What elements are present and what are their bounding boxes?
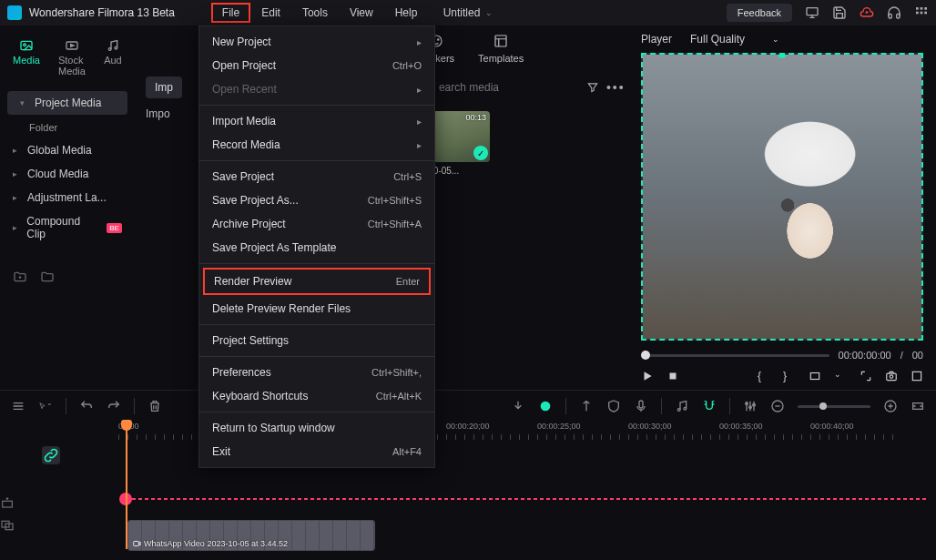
delete-icon[interactable] [148, 399, 162, 413]
chevron-down-icon[interactable]: ⌄ [834, 370, 847, 382]
play-icon[interactable] [641, 370, 654, 382]
svg-rect-22 [639, 401, 643, 408]
brace-close-icon[interactable]: } [783, 370, 796, 382]
menu-separator [199, 105, 434, 106]
sidebar-item-global-media[interactable]: ▸Global Media [0, 138, 135, 162]
menu-item-save-project-as---[interactable]: Save Project As...Ctrl+Shift+S [199, 188, 434, 212]
menu-item-import-media[interactable]: Import Media▸ [199, 109, 434, 133]
media-tab-aud[interactable]: Aud [95, 33, 131, 82]
menu-help[interactable]: Help [384, 3, 429, 23]
video-clip[interactable]: WhatsApp Video 2023-10-05 at 3.44.52 [127, 520, 375, 551]
zoom-fit-icon[interactable] [911, 399, 925, 413]
cursor-icon[interactable]: ⌄ [38, 399, 53, 413]
save-icon[interactable] [832, 5, 847, 20]
grid-icon[interactable] [914, 5, 929, 20]
dropdown-icon: ⌄ [485, 8, 493, 17]
sidebar-item-adjustment-la---[interactable]: ▸Adjustment La... [0, 186, 135, 209]
more-icon[interactable]: ••• [606, 80, 626, 95]
menu-item-render-preview[interactable]: Render PreviewEnter [203, 268, 431, 295]
menu-item-open-project[interactable]: Open ProjectCtrl+O [199, 54, 434, 77]
mark-icon[interactable] [579, 399, 594, 413]
shortcut-text: Ctrl+O [392, 60, 422, 71]
menu-edit[interactable]: Edit [250, 3, 291, 23]
zoom-slider[interactable] [798, 405, 870, 408]
menu-tools[interactable]: Tools [291, 3, 339, 23]
stop-icon[interactable] [666, 370, 679, 382]
redo-icon[interactable] [107, 399, 121, 413]
scrubber-track[interactable] [641, 354, 829, 357]
shortcut-text: Alt+F4 [392, 446, 422, 457]
svg-rect-15 [495, 36, 506, 46]
monitor-icon[interactable] [805, 5, 819, 20]
brace-open-icon[interactable]: { [758, 370, 770, 382]
import-button[interactable]: Imp [146, 76, 182, 98]
snapshot-icon[interactable] [885, 370, 898, 382]
sidebar-bottom-tools [0, 262, 135, 291]
app-logo-icon [7, 5, 22, 20]
player-scrubber[interactable]: 00:00:00:00 / 00 [641, 341, 923, 366]
ratio-icon[interactable] [809, 370, 821, 382]
menu-item-save-project-as-template[interactable]: Save Project As Template [199, 236, 434, 260]
mic-icon[interactable] [634, 399, 648, 413]
menu-file[interactable]: File [211, 3, 250, 23]
menu-view[interactable]: View [339, 3, 384, 23]
music-icon[interactable] [675, 399, 689, 413]
tab-templates[interactable]: Templates [478, 33, 524, 64]
playhead[interactable] [126, 422, 127, 549]
menu-item-archive-project[interactable]: Archive ProjectCtrl+Shift+A [199, 212, 434, 236]
new-folder-icon[interactable] [13, 270, 27, 284]
scrubber-thumb[interactable] [641, 351, 650, 360]
mixer-icon[interactable] [743, 399, 758, 413]
menu-item-project-settings[interactable]: Project Settings [199, 329, 434, 352]
preview-canvas[interactable] [641, 53, 923, 341]
hamburger-icon[interactable] [11, 399, 25, 413]
fullscreen-icon[interactable] [911, 370, 923, 382]
media-tab-media[interactable]: Media [4, 33, 49, 82]
shield-icon[interactable] [606, 399, 621, 413]
ai-icon[interactable] [538, 399, 553, 413]
menu-item-exit[interactable]: ExitAlt+F4 [199, 440, 434, 463]
undo-icon[interactable] [79, 399, 94, 413]
menu-item-return-to-startup-window[interactable]: Return to Startup window [199, 416, 434, 440]
overlap-icon[interactable] [0, 518, 15, 533]
document-title[interactable]: Untitled ⌄ [443, 6, 493, 19]
sidebar-item-cloud-media[interactable]: ▸Cloud Media [0, 162, 135, 186]
menu-item-preferences[interactable]: PreferencesCtrl+Shift+, [199, 361, 434, 384]
link-icon[interactable] [42, 446, 60, 464]
sidebar-item-compound-clip[interactable]: ▸Compound ClipBE [0, 209, 135, 246]
search-input[interactable] [435, 77, 579, 97]
sidebar-item-project-media[interactable]: ▾ Project Media [7, 91, 127, 115]
ruler-mark: 00:00:20;00 [446, 422, 537, 442]
zoom-out-icon[interactable] [770, 399, 785, 413]
folder-icon[interactable] [40, 270, 55, 284]
menu-item-delete-preview-render-files[interactable]: Delete Preview Render Files [199, 297, 434, 321]
filter-icon[interactable] [586, 81, 599, 94]
svg-point-21 [541, 402, 551, 412]
feedback-button[interactable]: Feedback [727, 4, 792, 22]
svg-rect-17 [810, 373, 819, 380]
chevron-down-icon: ⌄ [772, 35, 779, 44]
magnet-icon[interactable] [702, 399, 717, 413]
beta-badge: BE [107, 223, 122, 233]
menu-item-save-project[interactable]: Save ProjectCtrl+S [199, 165, 434, 188]
headphones-icon[interactable] [887, 5, 901, 20]
timeline-ruler[interactable]: 00:0000:00:20;0000:00:25;0000:00:30;0000… [0, 422, 936, 442]
quality-selector[interactable]: Full Quality ⌄ [690, 33, 779, 46]
menu-item-new-project[interactable]: New Project▸ [199, 30, 434, 54]
sidebar-label: Project Media [35, 97, 101, 109]
menu-item-keyboard-shortcuts[interactable]: Keyboard ShortcutsCtrl+Alt+K [199, 384, 434, 408]
cloud-upload-icon[interactable] [860, 5, 874, 20]
doc-title-text: Untitled [443, 6, 481, 19]
chevron-right-icon: ▸ [13, 193, 20, 202]
timeline-toolbar: ⌄ [0, 391, 936, 422]
zoom-thumb[interactable] [819, 402, 827, 410]
import-label: Impo [146, 107, 164, 176]
marker-down-icon[interactable] [511, 399, 525, 413]
add-track-icon[interactable] [0, 496, 15, 511]
media-tab-stock-media[interactable]: Stock Media [49, 33, 95, 82]
expand-icon[interactable] [860, 370, 872, 382]
zoom-in-icon[interactable] [883, 399, 898, 413]
menu-item-record-media[interactable]: Record Media▸ [199, 133, 434, 157]
sidebar-item-folder[interactable]: Folder [0, 117, 135, 138]
ruler-mark: 00:00:30;00 [628, 422, 719, 442]
